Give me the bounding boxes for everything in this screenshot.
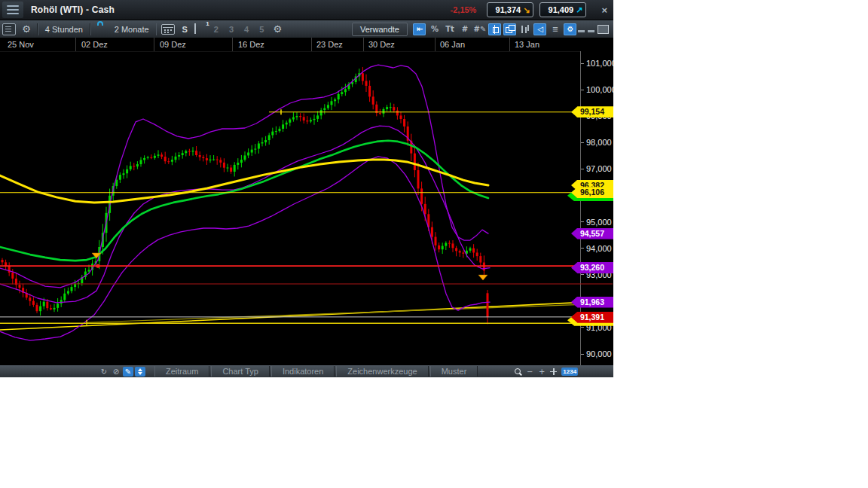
candlestick-type-icon[interactable] xyxy=(488,23,501,35)
price-tick-label: 94,000 xyxy=(586,244,612,253)
price-tick xyxy=(580,327,584,328)
sell-button[interactable]: 91,374 ↘ xyxy=(487,2,533,17)
interval-dropdown[interactable]: 4 Stunden xyxy=(41,25,87,34)
grid-icon[interactable]: # xyxy=(458,23,471,35)
price-tick xyxy=(580,221,584,222)
window-header: Rohöl (WTI) - Cash -2,15% 91,374 ↘ 91,40… xyxy=(0,0,613,20)
date-separator xyxy=(363,38,364,51)
sort-arrows-icon[interactable] xyxy=(135,367,145,377)
style-s-button[interactable]: S xyxy=(177,25,191,34)
date-separator xyxy=(435,38,436,51)
date-label: 16 Dez xyxy=(238,40,264,49)
date-label: 06 Jan xyxy=(440,40,465,49)
bottom-toolbar: ↻ ⊘ ✎ ZeitraumChart TypIndikatorenZeiche… xyxy=(0,365,613,377)
bottom-button-indikatoren[interactable]: Indikatoren xyxy=(271,366,335,377)
chart-window: Rohöl (WTI) - Cash -2,15% 91,374 ↘ 91,40… xyxy=(0,0,613,377)
price-tick xyxy=(580,63,584,64)
watchlist-icon[interactable] xyxy=(2,23,16,35)
price-tick-label: 95,000 xyxy=(586,218,612,227)
price-tick xyxy=(580,169,584,169)
draw-pencil-icon[interactable]: ✎ xyxy=(123,367,133,377)
related-button[interactable]: Verwandte xyxy=(352,23,408,36)
percent-icon[interactable]: % xyxy=(428,23,441,35)
date-label: 23 Dez xyxy=(316,40,343,49)
candlestick-chart[interactable] xyxy=(0,0,613,377)
date-axis[interactable]: 25 Nov02 Dez09 Dez16 Dez23 Dez30 Dez06 J… xyxy=(0,38,613,52)
zoom-in-icon[interactable]: + xyxy=(536,367,547,377)
window-title: Rohöl (WTI) - Cash xyxy=(31,5,115,15)
price-badge: 91,963 xyxy=(571,297,613,308)
date-label: 02 Dez xyxy=(81,40,108,49)
eraser-icon[interactable]: ◁ xyxy=(533,23,546,35)
settings-gear-icon[interactable]: ⚙ xyxy=(20,24,32,35)
price-badge: 96,106 xyxy=(571,187,613,198)
minimized-window-icon[interactable] xyxy=(588,30,594,32)
layout-slot-4[interactable]: 4 xyxy=(239,25,254,34)
calendar-icon[interactable] xyxy=(161,24,175,35)
window-controls xyxy=(578,25,609,34)
price-tick xyxy=(580,274,584,275)
text-annotation-icon[interactable]: Tt xyxy=(443,23,456,35)
price-tick-label: 90,000 xyxy=(586,349,612,358)
price-tick-label: 98,000 xyxy=(586,138,612,147)
price-down-icon: ↘ xyxy=(523,5,530,15)
date-label: 25 Nov xyxy=(8,40,34,49)
disable-icon[interactable]: ⊘ xyxy=(111,367,121,377)
price-badge: 93,260 xyxy=(571,262,613,273)
bottom-button-muster[interactable]: Muster xyxy=(430,366,478,377)
price-tick xyxy=(580,248,584,249)
price-tick-label: 97,000 xyxy=(586,164,612,173)
ohlc-type-icon[interactable] xyxy=(518,23,531,35)
price-badge: 94,557 xyxy=(571,228,613,239)
gear-draw-icon[interactable]: ⚙ xyxy=(564,23,576,35)
bottom-button-chart-typ[interactable]: Chart Typ xyxy=(211,366,270,377)
date-separator xyxy=(311,38,312,51)
buy-button[interactable]: 91,409 ↗ xyxy=(539,2,586,17)
price-tick xyxy=(580,90,584,90)
price-tick xyxy=(580,142,584,143)
change-percent: -2,15% xyxy=(451,5,477,14)
layout-slot-5[interactable]: 5 xyxy=(254,25,269,34)
rows-icon[interactable]: ≡ xyxy=(549,23,561,35)
date-separator xyxy=(75,38,76,51)
bottom-button-zeitraum[interactable]: Zeitraum xyxy=(154,366,209,377)
price-tick-label: 100,000 xyxy=(586,85,613,94)
date-label: 13 Jan xyxy=(515,40,539,49)
grid-draw-icon[interactable]: #✎ xyxy=(473,23,486,35)
date-separator xyxy=(232,38,233,51)
zoom-icon[interactable] xyxy=(512,367,523,377)
chart-toolbar: ⚙ 4 Stunden 2 Monate S 1 2345 ⚙ Verwandt… xyxy=(0,20,613,38)
date-separator xyxy=(154,38,154,51)
price-badge: 99,154 xyxy=(571,106,613,117)
restore-window-icon[interactable] xyxy=(598,25,609,34)
range-dropdown[interactable]: 2 Monate xyxy=(110,25,154,34)
price-badge: 91,391 xyxy=(571,312,613,323)
bottom-button-zeichenwerkzeuge[interactable]: Zeichenwerkzeuge xyxy=(336,366,428,377)
buy-price: 91,409 xyxy=(549,5,574,14)
date-separator xyxy=(509,38,510,51)
layout-1-button[interactable]: 1 xyxy=(194,23,196,34)
zoom-out-icon[interactable]: − xyxy=(524,367,535,377)
panels-icon[interactable] xyxy=(503,23,516,35)
tool-icon-strip: ⇤%Tt##✎◁≡⚙ xyxy=(412,23,578,35)
date-label: 30 Dez xyxy=(368,40,395,49)
crosshair-icon[interactable] xyxy=(549,367,559,377)
price-tick xyxy=(580,354,584,355)
price-up-icon: ↗ xyxy=(576,5,582,15)
chart-settings-gear-icon[interactable]: ⚙ xyxy=(271,24,283,35)
sell-price: 91,374 xyxy=(496,5,521,14)
price-tick-label: 101,000 xyxy=(586,59,613,68)
layout-slot-2[interactable]: 2 xyxy=(209,25,224,34)
minimized-window-icon[interactable] xyxy=(578,30,585,32)
close-icon[interactable]: × xyxy=(601,5,607,16)
refresh-icon[interactable]: ↻ xyxy=(99,367,109,377)
menu-icon[interactable] xyxy=(2,2,23,18)
compare-icon[interactable]: ⇤ xyxy=(413,23,426,35)
layout-slot-3[interactable]: 3 xyxy=(224,25,239,34)
date-label: 09 Dez xyxy=(160,40,186,49)
values-display-icon[interactable]: 1234 xyxy=(561,368,578,376)
layout-slot-group: 2345 xyxy=(209,25,270,34)
